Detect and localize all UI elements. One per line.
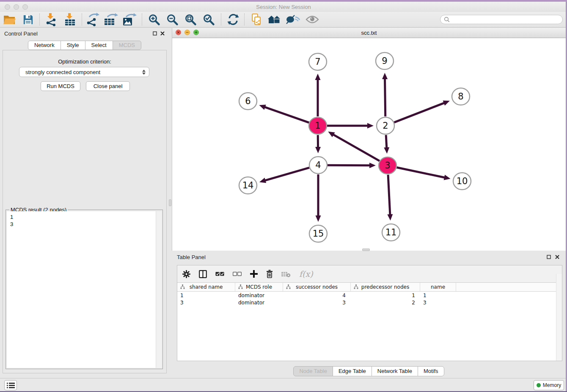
export-network-button[interactable] — [85, 12, 101, 27]
close-panel-button[interactable]: Close panel — [86, 81, 130, 91]
column-header-successor-nodes[interactable]: successor nodes — [283, 283, 351, 291]
column-header-predecessor-nodes[interactable]: predecessor nodes — [351, 283, 420, 291]
graph-edge-2-3[interactable] — [384, 135, 389, 154]
mcds-result-lines: 1 3 — [10, 213, 13, 228]
run-mcds-button[interactable]: Run MCDS — [41, 81, 80, 91]
show-all-views-button[interactable] — [267, 12, 282, 27]
column-header-shared-name[interactable]: shared name — [177, 283, 235, 291]
tree-icon — [238, 284, 243, 290]
save-session-button[interactable] — [20, 12, 36, 27]
graph-edge-4-15[interactable] — [316, 174, 321, 222]
network-graph: 7968124314101511 — [172, 38, 566, 251]
tab-motifs[interactable]: Motifs — [418, 366, 444, 376]
main-toolbar — [0, 12, 567, 28]
horizontal-splitter-handle[interactable] — [362, 248, 370, 251]
export-image-button[interactable] — [122, 12, 138, 27]
criterion-dropdown[interactable]: strongly connected component — [19, 67, 149, 77]
export-table-button[interactable] — [104, 12, 119, 27]
tab-select[interactable]: Select — [85, 41, 113, 50]
graph-node-11[interactable]: 11 — [382, 224, 400, 241]
zoom-selected-button[interactable] — [201, 12, 216, 27]
svg-text:3: 3 — [385, 160, 390, 171]
add-row-icon[interactable] — [250, 270, 258, 278]
criterion-value: strongly connected component — [25, 69, 142, 75]
graph-edge-3-10[interactable] — [397, 168, 451, 180]
tab-edge-table[interactable]: Edge Table — [333, 366, 372, 376]
graph-node-14[interactable]: 14 — [239, 177, 257, 194]
tab-style[interactable]: Style — [61, 41, 85, 50]
import-network-button[interactable] — [43, 12, 58, 27]
graph-node-10[interactable]: 10 — [453, 173, 471, 190]
graph-node-7[interactable]: 7 — [309, 53, 327, 70]
graph-node-15[interactable]: 15 — [309, 225, 327, 242]
table-row-2[interactable]: 3dominator323 — [177, 299, 562, 306]
tab-mcds[interactable]: MCDS — [113, 41, 141, 50]
column-layout-icon[interactable] — [199, 270, 207, 278]
column-header-MCDS-role[interactable]: MCDS role — [235, 283, 283, 291]
refresh-icon — [227, 13, 239, 26]
network-window-title: scc.txt — [172, 30, 566, 36]
select-all-checkboxes-icon[interactable] — [215, 272, 224, 276]
table-row-1[interactable]: 1dominator411 — [177, 292, 562, 299]
tab-network-table[interactable]: Network Table — [372, 366, 418, 376]
float-panel-icon[interactable] — [152, 31, 157, 36]
svg-text:9: 9 — [382, 56, 387, 66]
graph-edge-1-4[interactable] — [315, 135, 321, 153]
graph-edge-3-11[interactable] — [387, 175, 393, 221]
toolbar-separator — [39, 14, 40, 25]
graph-node-9[interactable]: 9 — [376, 52, 394, 69]
graph-edge-2-8[interactable] — [394, 100, 450, 122]
graph-node-3[interactable]: 3 — [379, 157, 396, 174]
mcds-result-area[interactable]: 1 3 — [7, 211, 162, 368]
tab-node-table[interactable]: Node Table — [293, 366, 333, 376]
list-icon — [7, 382, 15, 389]
task-history-button[interactable] — [4, 380, 17, 390]
open-session-button[interactable] — [2, 12, 17, 27]
show-hidden-button[interactable] — [305, 12, 320, 27]
graph-node-8[interactable]: 8 — [452, 88, 470, 105]
tree-icon — [286, 284, 291, 290]
column-header-name[interactable]: name — [420, 283, 456, 291]
table-panel-title: Table Panel — [177, 254, 206, 260]
tab-network[interactable]: Network — [28, 41, 61, 50]
global-search — [440, 15, 563, 24]
memory-button[interactable]: Memory — [534, 380, 564, 390]
graph-edge-2-9[interactable] — [382, 73, 388, 116]
hide-selected-button[interactable] — [286, 12, 301, 27]
zoom-fit-button[interactable] — [183, 12, 198, 27]
graph-edge-1-6[interactable] — [259, 105, 309, 123]
import-table-button[interactable] — [62, 12, 77, 27]
vertical-splitter-handle[interactable] — [169, 199, 171, 206]
search-input[interactable] — [452, 16, 559, 23]
save-floppy-icon — [22, 14, 34, 25]
graph-edge-3-1[interactable] — [328, 132, 380, 161]
table-scrollbar[interactable] — [556, 274, 562, 361]
graph-node-1[interactable]: 1 — [309, 117, 327, 134]
graph-edge-1-7[interactable] — [315, 74, 321, 116]
graph-node-4[interactable]: 4 — [309, 157, 327, 174]
import-table-icon — [63, 13, 77, 26]
refresh-view-button[interactable] — [226, 12, 241, 27]
graph-edge-4-14[interactable] — [259, 168, 309, 183]
graph-edge-1-2[interactable] — [327, 123, 374, 129]
zoom-out-button[interactable] — [165, 12, 180, 27]
memory-status-icon — [537, 383, 541, 387]
network-canvas[interactable]: 7968124314101511 — [172, 38, 566, 251]
svg-text:11: 11 — [385, 227, 397, 237]
svg-text:14: 14 — [242, 180, 254, 190]
deselect-all-checkboxes-icon[interactable] — [233, 272, 242, 276]
result-scrollbar[interactable] — [156, 211, 162, 368]
graph-node-2[interactable]: 2 — [377, 117, 394, 134]
graph-edge-4-3[interactable] — [328, 163, 376, 168]
clone-network-button[interactable] — [249, 12, 264, 27]
toolbar-separator — [221, 14, 221, 25]
svg-text:15: 15 — [313, 229, 324, 239]
close-panel-icon[interactable] — [160, 31, 165, 36]
zoom-in-button[interactable] — [146, 12, 162, 27]
graph-node-6[interactable]: 6 — [239, 93, 257, 110]
mcds-panel: Optimization criterion: strongly connect… — [3, 50, 167, 373]
float-table-panel-icon[interactable] — [546, 254, 551, 259]
delete-entries-icon[interactable] — [266, 270, 273, 278]
close-table-panel-icon[interactable] — [555, 254, 560, 259]
gear-icon[interactable] — [182, 270, 190, 278]
